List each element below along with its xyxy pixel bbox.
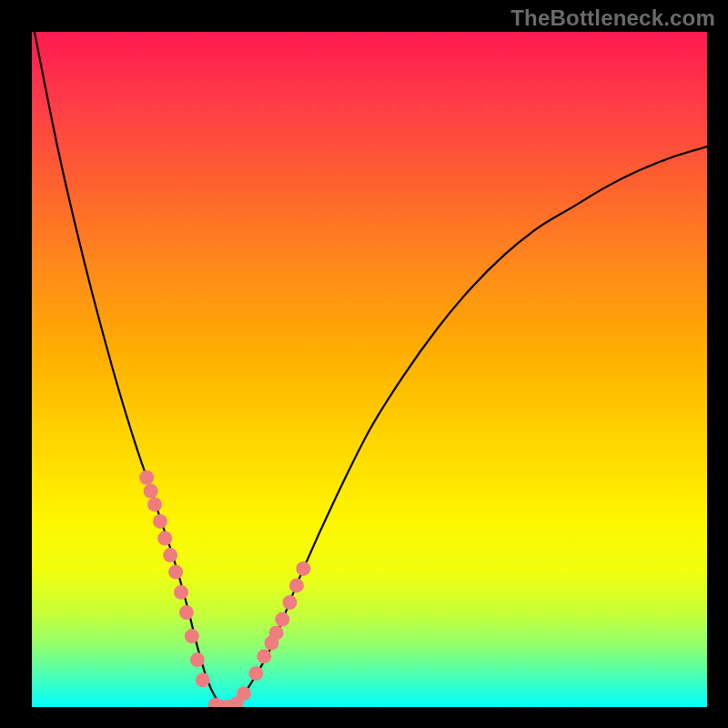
- marker-dot: [144, 484, 158, 499]
- marker-dot: [139, 470, 154, 485]
- marker-dot: [179, 605, 194, 620]
- marker-dot: [163, 548, 177, 562]
- marker-dot: [296, 561, 310, 576]
- marker-dot: [248, 666, 263, 681]
- marker-dot: [157, 531, 172, 546]
- curve-svg: [32, 32, 707, 707]
- marker-dot: [185, 629, 199, 643]
- marker-group: [139, 470, 310, 707]
- watermark-text: TheBottleneck.com: [511, 5, 715, 31]
- marker-dot: [237, 686, 251, 701]
- marker-dot: [153, 514, 167, 529]
- marker-dot: [289, 578, 304, 592]
- chart-frame: TheBottleneck.com: [0, 0, 728, 728]
- bottleneck-curve: [32, 32, 707, 707]
- marker-dot: [275, 612, 289, 627]
- marker-dot: [269, 625, 284, 640]
- marker-dot: [190, 652, 205, 667]
- marker-dot: [257, 649, 271, 663]
- plot-area: [32, 32, 707, 707]
- marker-dot: [196, 672, 210, 687]
- marker-dot: [147, 497, 162, 511]
- marker-dot: [282, 595, 297, 610]
- marker-dot: [168, 565, 183, 580]
- marker-dot: [174, 585, 188, 600]
